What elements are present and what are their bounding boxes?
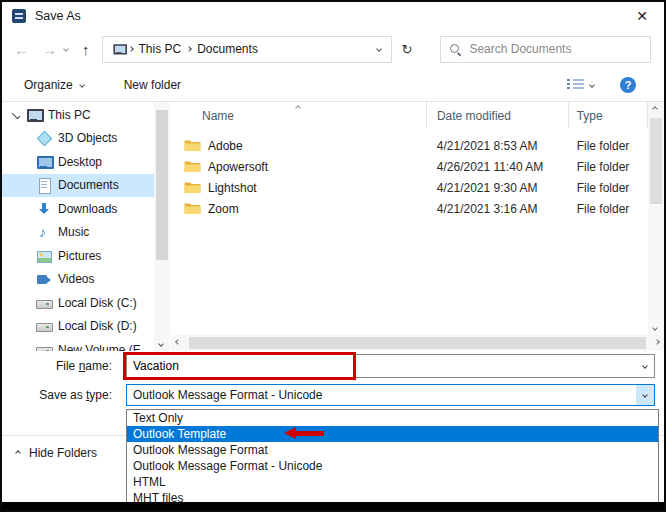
organize-label: Organize xyxy=(24,78,73,92)
sidebar-item-label: Local Disk (D:) xyxy=(58,319,137,333)
save-as-type-row: Save as type: Outlook Message Format - U… xyxy=(2,381,664,408)
search-box xyxy=(440,36,651,63)
help-icon[interactable]: ? xyxy=(620,77,636,93)
sidebar-item-new-volume[interactable]: New Volume (E xyxy=(2,338,154,351)
type-option-outlook-message-format-unicode[interactable]: Outlook Message Format - Unicode xyxy=(127,458,658,474)
folder-name: Adobe xyxy=(208,139,243,153)
disk-icon xyxy=(36,318,52,334)
documents-icon xyxy=(36,177,52,193)
breadcrumb-item-documents[interactable]: Documents xyxy=(193,42,262,56)
refresh-icon[interactable]: ↻ xyxy=(402,42,413,57)
save-as-type-combobox[interactable]: Outlook Message Format - Unicode xyxy=(126,384,655,406)
view-options-chevron-icon[interactable] xyxy=(589,82,595,88)
main-area: This PC 3D Objects Desktop Documents Dow… xyxy=(2,102,664,351)
sidebar-item-label: Pictures xyxy=(58,249,101,263)
breadcrumb-item-this-pc[interactable]: This PC xyxy=(135,42,186,56)
type-option-outlook-template[interactable]: Outlook Template xyxy=(127,426,658,442)
breadcrumb[interactable]: This PC Documents xyxy=(102,36,392,63)
type-cell: File folder xyxy=(569,181,648,195)
hide-folders-label: Hide Folders xyxy=(29,446,97,460)
file-name-dropdown-button[interactable] xyxy=(636,355,654,377)
folder-icon xyxy=(184,139,201,152)
column-header-date-modified[interactable]: Date modified xyxy=(427,102,569,128)
label-text: File xyxy=(56,359,79,373)
sidebar-item-local-disk-c[interactable]: Local Disk (C:) xyxy=(2,291,154,315)
3d-objects-icon xyxy=(36,130,52,146)
date-modified-cell: 4/21/2021 8:53 AM xyxy=(427,139,569,153)
save-as-type-dropdown-list: Text Only Outlook Template Outlook Messa… xyxy=(126,409,659,505)
history-chevron-icon[interactable] xyxy=(63,46,69,52)
scrollbar-thumb[interactable] xyxy=(650,118,662,204)
app-icon xyxy=(12,9,26,23)
disk-icon xyxy=(36,342,52,351)
label-text: ype: xyxy=(89,388,112,402)
sidebar-item-label: Documents xyxy=(58,178,119,192)
scrollbar-thumb[interactable] xyxy=(189,337,646,349)
title-bar: Save As ✕ xyxy=(2,2,664,30)
sidebar-item-label: Desktop xyxy=(58,155,102,169)
scroll-up-icon[interactable] xyxy=(652,106,658,112)
hide-folders-button[interactable]: Hide Folders xyxy=(16,446,97,460)
address-dropdown-chevron-icon[interactable] xyxy=(376,46,382,52)
sidebar-item-downloads[interactable]: Downloads xyxy=(2,197,154,221)
sidebar-item-3d-objects[interactable]: 3D Objects xyxy=(2,127,154,151)
up-icon[interactable]: ↑ xyxy=(82,42,90,57)
expander-chevron-icon[interactable] xyxy=(12,111,20,119)
type-option-html[interactable]: HTML xyxy=(127,474,658,490)
save-as-type-value: Outlook Message Format - Unicode xyxy=(127,388,636,402)
type-option-outlook-message-format[interactable]: Outlook Message Format xyxy=(127,442,658,458)
save-as-dialog: Save As ✕ ← → ↑ This PC Documents ↻ Orga… xyxy=(0,0,666,512)
sidebar-item-this-pc[interactable]: This PC xyxy=(2,103,154,127)
new-folder-button[interactable]: New folder xyxy=(124,78,181,92)
scroll-down-icon[interactable] xyxy=(158,341,164,347)
file-name-cell: Apowersoft xyxy=(171,160,427,174)
disk-icon xyxy=(36,295,52,311)
music-icon xyxy=(36,224,52,240)
save-as-type-dropdown-button[interactable] xyxy=(636,385,654,405)
file-list-vertical-scrollbar[interactable] xyxy=(648,102,664,335)
navigation-bar: ← → ↑ This PC Documents ↻ xyxy=(2,30,664,68)
scroll-right-icon[interactable] xyxy=(654,339,660,345)
sidebar-item-videos[interactable]: Videos xyxy=(2,268,154,292)
search-icon xyxy=(449,43,462,56)
sidebar-scrollbar[interactable] xyxy=(154,102,170,351)
back-icon[interactable]: ← xyxy=(14,42,29,57)
scrollbar-thumb[interactable] xyxy=(156,110,168,260)
scroll-left-icon[interactable] xyxy=(175,339,181,345)
command-toolbar: Organize New folder ? xyxy=(2,68,664,102)
sidebar-item-pictures[interactable]: Pictures xyxy=(2,244,154,268)
date-modified-cell: 4/26/2021 11:40 AM xyxy=(427,160,569,174)
table-row[interactable]: Lightshot 4/21/2021 9:30 AM File folder xyxy=(171,177,648,198)
table-row[interactable]: Adobe 4/21/2021 8:53 AM File folder xyxy=(171,135,648,156)
desktop-icon xyxy=(36,154,52,170)
sidebar-item-label: Downloads xyxy=(58,202,117,216)
scroll-down-icon[interactable] xyxy=(652,325,658,331)
chevron-down-icon xyxy=(642,392,648,398)
label-text: ame: xyxy=(85,359,112,373)
file-name-input[interactable] xyxy=(127,359,636,373)
change-view-icon[interactable] xyxy=(567,78,584,91)
save-as-type-label: Save as type: xyxy=(2,388,120,402)
computer-icon xyxy=(26,107,42,123)
sidebar-item-label: This PC xyxy=(48,108,91,122)
sidebar-item-documents[interactable]: Documents xyxy=(2,174,154,198)
sidebar-item-music[interactable]: Music xyxy=(2,221,154,245)
type-option-text-only[interactable]: Text Only xyxy=(127,410,658,426)
file-list-horizontal-scrollbar[interactable] xyxy=(171,335,664,351)
sidebar-item-local-disk-d[interactable]: Local Disk (D:) xyxy=(2,315,154,339)
file-name-cell: Lightshot xyxy=(171,181,427,195)
forward-icon[interactable]: → xyxy=(42,42,57,57)
table-row[interactable]: Apowersoft 4/26/2021 11:40 AM File folde… xyxy=(171,156,648,177)
column-headers: Name Date modified Type xyxy=(171,102,648,128)
column-header-type[interactable]: Type xyxy=(569,102,648,128)
search-input[interactable] xyxy=(469,42,642,56)
computer-icon xyxy=(112,43,125,56)
file-name-cell: Zoom xyxy=(171,202,427,216)
close-icon[interactable]: ✕ xyxy=(630,7,654,25)
sidebar-item-desktop[interactable]: Desktop xyxy=(2,150,154,174)
organize-button[interactable]: Organize xyxy=(24,78,84,92)
file-rows: Adobe 4/21/2021 8:53 AM File folder Apow… xyxy=(171,135,648,219)
table-row[interactable]: Zoom 4/21/2021 3:16 AM File folder xyxy=(171,198,648,219)
sidebar-item-label: 3D Objects xyxy=(58,131,117,145)
pictures-icon xyxy=(36,248,52,264)
